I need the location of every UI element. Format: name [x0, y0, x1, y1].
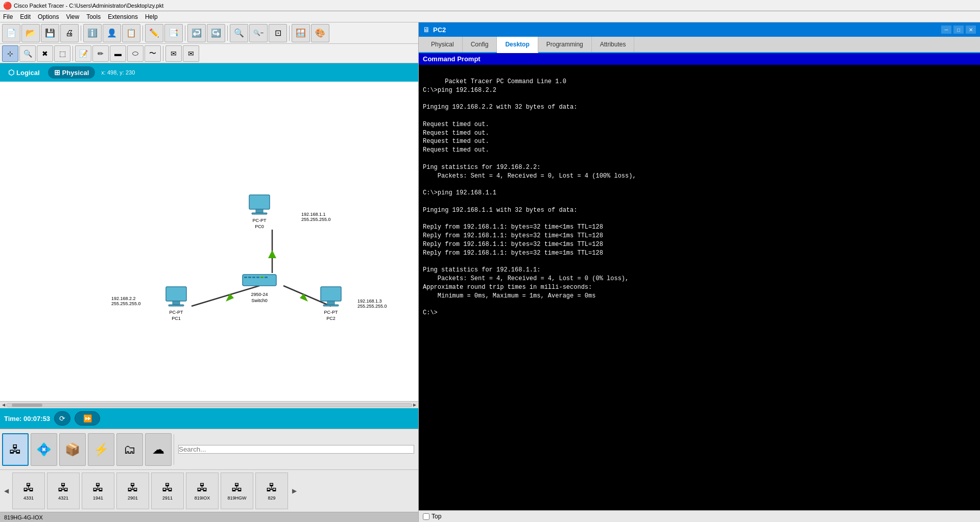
- device-819iox[interactable]: 🖧 819IOX: [186, 473, 219, 509]
- tray-scroll-left[interactable]: ◀: [2, 476, 10, 506]
- tray-scroll-right[interactable]: ▶: [290, 476, 298, 506]
- svg-rect-10: [244, 277, 247, 278]
- device-4321-label: 4321: [58, 495, 68, 501]
- maximize-button[interactable]: □: [953, 26, 964, 34]
- menu-tools[interactable]: Tools: [86, 13, 101, 20]
- magnify-tool[interactable]: 🔍: [19, 45, 36, 62]
- cmd-title-text: Command Prompt: [423, 55, 481, 63]
- sep3: [185, 26, 185, 41]
- pc2-window-title: PC2: [433, 26, 446, 34]
- info-button[interactable]: ℹ️: [83, 24, 102, 42]
- pc2-tabs: Physical Config Desktop Programming Attr…: [419, 37, 980, 53]
- redo-button[interactable]: ↪️: [207, 24, 225, 42]
- scroll-left[interactable]: ◀: [1, 403, 6, 407]
- network-canvas[interactable]: PC-PTPC0 192.168.1.1 255.255.255.0: [0, 82, 418, 401]
- logical-tab[interactable]: ⬡ Logical: [2, 66, 46, 79]
- note-tool[interactable]: 📝: [75, 45, 91, 62]
- menu-extensions[interactable]: Extensions: [108, 13, 138, 20]
- category-wireless[interactable]: ⚡: [88, 433, 114, 466]
- tab-attributes[interactable]: Attributes: [592, 37, 635, 52]
- tab-desktop[interactable]: Desktop: [497, 37, 538, 53]
- cancel-tool[interactable]: ✖: [37, 45, 53, 62]
- open-button[interactable]: 📂: [21, 24, 40, 42]
- node-pc2[interactable]: PC-PTPC2: [318, 286, 344, 321]
- close-button[interactable]: ✕: [966, 26, 976, 34]
- select-tool[interactable]: ⊹: [2, 45, 18, 62]
- scrollbar-track[interactable]: [6, 403, 412, 407]
- menu-file[interactable]: File: [3, 13, 13, 20]
- wan-icon: ☁: [152, 442, 164, 457]
- tab-physical[interactable]: Physical: [423, 37, 463, 52]
- physical-icon: ⊞: [54, 68, 60, 77]
- category-routers[interactable]: 🖧: [2, 433, 29, 466]
- top-checkbox[interactable]: [423, 513, 429, 520]
- print-button[interactable]: 🖨: [60, 24, 79, 42]
- minimize-button[interactable]: ─: [941, 26, 951, 34]
- top-checkbox-label[interactable]: Top: [423, 513, 441, 520]
- left-panel: 📄 📂 💾 🖨 ℹ️ 👤 📋 ✏️ 📑 ↩️ ↪️ 🔍 🔍− ⊡ 🪟 🎨 ⊹: [0, 22, 419, 522]
- device-2901[interactable]: 🖧 2901: [116, 473, 149, 509]
- svg-marker-5: [300, 293, 308, 302]
- complex-pdu-tool[interactable]: ✉: [183, 45, 199, 62]
- window-button[interactable]: 🪟: [292, 24, 310, 42]
- tab-config[interactable]: Config: [463, 37, 497, 52]
- device-2911[interactable]: 🖧 2911: [151, 473, 184, 509]
- device-search[interactable]: [178, 445, 414, 454]
- device-4331[interactable]: 🖧 4331: [12, 473, 45, 509]
- edit-button[interactable]: ✏️: [145, 24, 163, 42]
- svg-rect-20: [327, 301, 334, 305]
- undo-button[interactable]: ↩️: [187, 24, 206, 42]
- user-button[interactable]: 👤: [103, 24, 121, 42]
- node-pc0[interactable]: PC-PTPC0: [247, 194, 272, 230]
- zoom-in-button[interactable]: 🔍: [230, 24, 248, 42]
- menu-help[interactable]: Help: [145, 13, 158, 20]
- device-1941[interactable]: 🖧 1941: [82, 473, 114, 509]
- svg-rect-7: [256, 209, 263, 213]
- node-switch0[interactable]: 2950-24Switch0: [242, 270, 277, 304]
- new-button[interactable]: 📄: [2, 24, 20, 42]
- device-4321[interactable]: 🖧 4321: [47, 473, 80, 509]
- physical-tab[interactable]: ⊞ Physical: [48, 66, 95, 79]
- device-status-bar: 819HG-4G-IOX: [0, 512, 418, 522]
- device-819hgw[interactable]: 🖧 819HGW: [221, 473, 253, 509]
- sep1: [81, 26, 81, 41]
- fast-forward-button[interactable]: ⏩: [75, 411, 100, 426]
- palette-button[interactable]: 🎨: [311, 24, 329, 42]
- window-controls: ─ □ ✕: [941, 26, 976, 34]
- app-icon: 🔴: [3, 2, 12, 10]
- replay-button[interactable]: ⟳: [54, 411, 70, 426]
- sep5: [289, 26, 290, 41]
- multiselect-tool[interactable]: ⬚: [54, 45, 70, 62]
- device-4331-label: 4331: [23, 495, 34, 501]
- rect-tool[interactable]: ▬: [110, 45, 126, 62]
- device-829[interactable]: 🖧 829: [255, 473, 288, 509]
- ellipse-tool[interactable]: ⬭: [127, 45, 144, 62]
- save-button[interactable]: 💾: [41, 24, 59, 42]
- menu-view[interactable]: View: [66, 13, 79, 20]
- draw-tool[interactable]: ✏: [92, 45, 109, 62]
- menu-options[interactable]: Options: [38, 13, 59, 20]
- scroll-right[interactable]: ▶: [412, 403, 417, 407]
- pdu-tool[interactable]: ✉: [165, 45, 182, 62]
- category-wan[interactable]: ☁: [145, 433, 172, 466]
- pc0-icon: [247, 194, 272, 218]
- zoom-out-button[interactable]: 🔍−: [249, 24, 268, 42]
- activity-button[interactable]: 📋: [122, 24, 140, 42]
- tab-programming[interactable]: Programming: [538, 37, 592, 52]
- device-1941-label: 1941: [93, 495, 103, 501]
- copy-button[interactable]: 📑: [164, 24, 183, 42]
- svg-rect-13: [256, 277, 259, 278]
- node-pc1[interactable]: PC-PTPC1: [163, 286, 189, 321]
- cmd-body[interactable]: Packet Tracer PC Command Line 1.0 C:\>pi…: [419, 65, 980, 510]
- category-hubs[interactable]: 📦: [59, 433, 86, 466]
- category-switches[interactable]: 💠: [31, 433, 57, 466]
- menu-edit[interactable]: Edit: [20, 13, 31, 20]
- category-security[interactable]: 🗂: [116, 433, 143, 466]
- device-tray: 🖧 💠 📦 ⚡ 🗂 ☁: [0, 429, 418, 522]
- pc2-window-icon: 🖥: [423, 26, 430, 34]
- freehand-tool[interactable]: 〜: [145, 45, 161, 62]
- scrollbar-thumb[interactable]: [12, 404, 42, 407]
- connections-svg: [0, 82, 418, 401]
- zoom-fit-button[interactable]: ⊡: [269, 24, 287, 42]
- h-scrollbar[interactable]: ◀ ▶: [0, 401, 418, 408]
